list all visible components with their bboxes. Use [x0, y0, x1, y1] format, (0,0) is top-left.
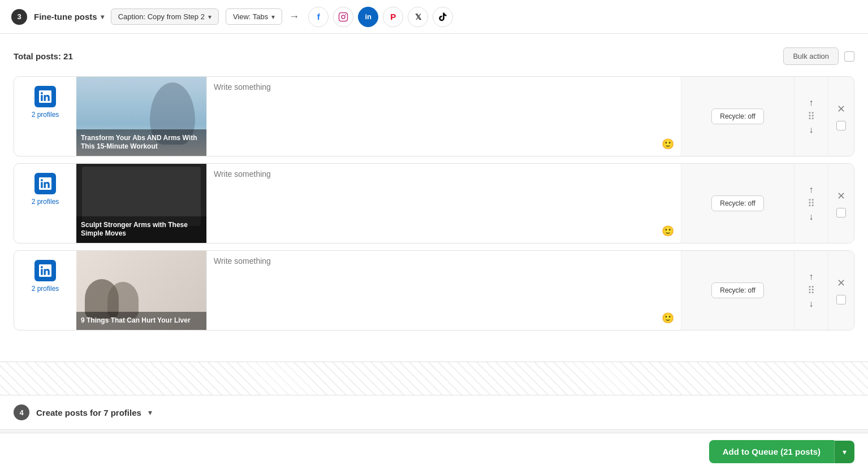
post-card-2: 2 profiles Sculpt Stronger Arms with The… [14, 163, 854, 243]
step-badge: 3 [11, 9, 27, 25]
caption-chevron: ▾ [208, 13, 211, 21]
card-right-2: ↑ ⠿ ↓ [794, 164, 828, 243]
profiles-label-3: 2 profiles [32, 285, 59, 293]
tiktok-icon[interactable] [433, 7, 453, 27]
card-checkbox-3[interactable] [836, 295, 846, 304]
view-button[interactable]: View: Tabs ▾ [226, 8, 282, 25]
close-icon-3[interactable]: ✕ [837, 277, 845, 289]
post-title-2: Sculpt Stronger Arms with These Simple M… [76, 216, 206, 243]
total-posts-row: Total posts: 21 Bulk action [14, 47, 854, 65]
write-textarea-2[interactable] [214, 169, 674, 225]
linkedin-icon[interactable]: in [358, 7, 378, 27]
master-checkbox[interactable] [844, 51, 854, 62]
bulk-action-button[interactable]: Bulk action [783, 47, 839, 65]
caption-label: Caption: Copy from Step 2 [118, 12, 205, 21]
card-image-1: Transform Your Abs AND Arms With This 15… [76, 77, 206, 156]
post-card: 2 profiles Transform Your Abs AND Arms W… [14, 76, 854, 156]
textarea-wrapper-2: 🙂 [206, 164, 681, 243]
card-left-1: 2 profiles [14, 77, 76, 156]
total-posts-label: Total posts: 21 [14, 51, 73, 61]
arrow-up-3[interactable]: ↑ [809, 272, 814, 282]
arrow-down-2[interactable]: ↓ [809, 212, 814, 222]
instagram-icon[interactable] [333, 7, 353, 27]
linkedin-badge-1 [34, 86, 56, 107]
card-image-2: Sculpt Stronger Arms with These Simple M… [76, 164, 206, 243]
emoji-icon-2[interactable]: 🙂 [662, 225, 674, 237]
step4-chevron[interactable]: ▾ [148, 408, 152, 417]
step4-badge: 4 [14, 404, 29, 420]
profiles-label-2: 2 profiles [32, 198, 59, 206]
card-right-3: ↑ ⠿ ↓ [794, 251, 828, 330]
card-checkbox-2[interactable] [836, 208, 846, 217]
arrow-down-1[interactable]: ↓ [809, 125, 814, 135]
linkedin-badge-2 [34, 173, 56, 194]
svg-rect-0 [339, 12, 348, 21]
pinterest-icon[interactable]: P [383, 7, 403, 27]
post-title-1: Transform Your Abs AND Arms With This 15… [76, 129, 206, 156]
top-bar: 3 Fine-tune posts ▾ Caption: Copy from S… [0, 0, 868, 34]
close-icon-2[interactable]: ✕ [837, 190, 845, 202]
section-divider [0, 362, 868, 395]
card-left-2: 2 profiles [14, 164, 76, 243]
write-textarea-3[interactable] [214, 256, 674, 312]
close-icon-1[interactable]: ✕ [837, 103, 845, 115]
social-icons-group: f in P 𝕏 [308, 7, 453, 27]
card-checkbox-1[interactable] [836, 121, 846, 130]
emoji-icon-1[interactable]: 🙂 [662, 138, 674, 150]
facebook-icon[interactable]: f [308, 7, 329, 27]
card-far-right-1: ✕ [828, 77, 854, 156]
card-actions-3: Recycle: off [681, 251, 794, 330]
fine-tune-dropdown[interactable]: Fine-tune posts ▾ [34, 12, 104, 21]
card-actions-2: Recycle: off [681, 164, 794, 243]
fine-tune-chevron: ▾ [101, 13, 104, 21]
view-label: View: Tabs [233, 12, 268, 21]
svg-point-1 [342, 15, 345, 19]
arrow-down-3[interactable]: ↓ [809, 299, 814, 309]
arrow-up-1[interactable]: ↑ [809, 98, 814, 108]
profiles-label-1: 2 profiles [32, 111, 59, 119]
svg-point-2 [346, 14, 347, 15]
card-image-3: 9 Things That Can Hurt Your Liver [76, 251, 206, 330]
twitter-icon[interactable]: 𝕏 [408, 7, 428, 27]
fine-tune-label: Fine-tune posts [34, 12, 97, 21]
card-actions-1: Recycle: off [681, 77, 794, 156]
step4-label: Create posts for 7 profiles [36, 408, 141, 417]
view-chevron: ▾ [271, 13, 275, 21]
post-title-3: 9 Things That Can Hurt Your Liver [76, 312, 206, 330]
card-far-right-2: ✕ [828, 164, 854, 243]
card-far-right-3: ✕ [828, 251, 854, 330]
step4-bar: 4 Create posts for 7 profiles ▾ [0, 395, 868, 430]
recycle-button-3[interactable]: Recycle: off [711, 282, 763, 298]
arrow-up-2[interactable]: ↑ [809, 185, 814, 195]
textarea-wrapper-1: 🙂 [206, 77, 681, 156]
textarea-wrapper-3: 🙂 [206, 251, 681, 330]
linkedin-badge-3 [34, 260, 56, 281]
bulk-action-area: Bulk action [783, 47, 854, 65]
arrow-right-icon: → [289, 11, 299, 23]
recycle-button-1[interactable]: Recycle: off [711, 108, 763, 124]
emoji-icon-3[interactable]: 🙂 [662, 312, 674, 324]
drag-dots-3[interactable]: ⠿ [807, 285, 815, 295]
post-card-3: 2 profiles 9 Things That Can Hurt Your L… [14, 250, 854, 330]
recycle-button-2[interactable]: Recycle: off [711, 195, 763, 211]
drag-dots-2[interactable]: ⠿ [807, 198, 815, 208]
card-left-3: 2 profiles [14, 251, 76, 330]
card-right-1: ↑ ⠿ ↓ [794, 77, 828, 156]
main-content: Total posts: 21 Bulk action 2 profiles T… [0, 34, 868, 362]
drag-dots-1[interactable]: ⠿ [807, 111, 815, 121]
write-textarea-1[interactable] [214, 82, 674, 138]
caption-button[interactable]: Caption: Copy from Step 2 ▾ [111, 8, 219, 25]
